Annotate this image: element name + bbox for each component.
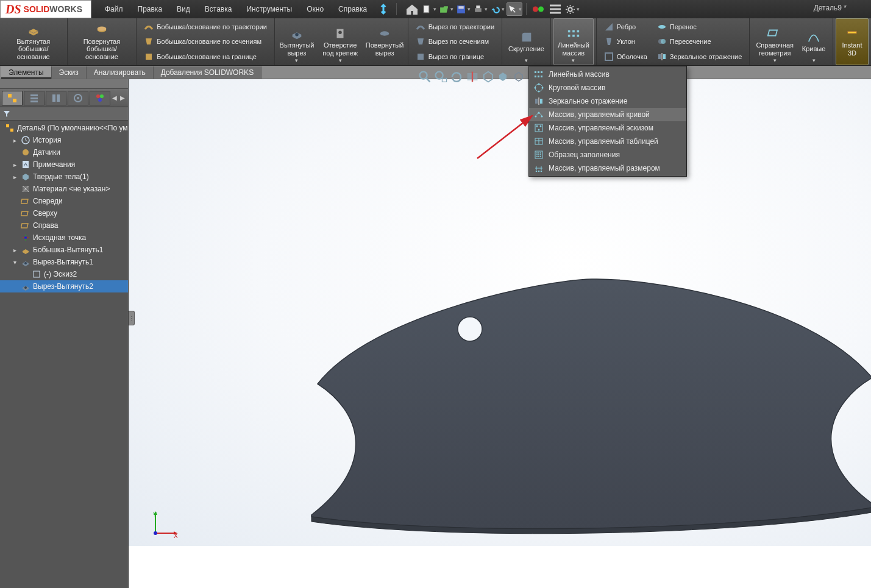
extruded-boss-button[interactable]: Вытянутая бобышка/основание [2, 18, 65, 65]
display-style-icon[interactable]: ▾ [497, 70, 511, 83]
revolved-boss-button[interactable]: Повернутая бобышка/основание [70, 18, 134, 65]
dropdown-item[interactable]: Линейный массив [529, 68, 686, 81]
feature-tree-tab[interactable] [2, 91, 23, 105]
loft-cut-button[interactable]: Вырез по сечениям [413, 35, 497, 48]
instant3d-button[interactable]: Instant 3D [836, 18, 869, 65]
extruded-cut-button[interactable]: Вытянутый вырез [277, 18, 316, 65]
menu-tools[interactable]: Инструменты [240, 2, 298, 16]
tree-item[interactable]: ▸AПримечания [0, 158, 128, 171]
dropdown-item[interactable]: Образец заполнения [529, 148, 686, 161]
tab-features[interactable]: Элементы [1, 66, 52, 79]
settings-icon[interactable] [564, 2, 580, 16]
shell-button[interactable]: Оболочка [602, 51, 650, 63]
tree-root[interactable]: Деталь9 (По умолчанию<<По умол [0, 122, 128, 134]
tree-item[interactable]: ▾Вырез-Вытянуть1 [0, 256, 128, 268]
pin-icon[interactable] [375, 2, 391, 16]
boundary-boss-button[interactable]: Бобышка/основание на границе [141, 51, 269, 63]
expand-arrow-icon[interactable]: ▸ [11, 174, 18, 180]
fillet-button[interactable]: Скругление [505, 18, 548, 65]
svg-point-35 [420, 72, 427, 79]
menu-view[interactable]: Вид [171, 2, 196, 16]
wrap-button[interactable]: Перенос [655, 21, 745, 33]
expand-arrow-icon[interactable]: ▸ [11, 161, 18, 168]
display-manager-tab[interactable] [90, 91, 110, 105]
dropdown-item[interactable]: Массив, управляемый кривой [529, 108, 686, 121]
menu-edit[interactable]: Правка [132, 2, 169, 16]
swept-boss-button[interactable]: Бобышка/основание по траектории [141, 21, 269, 33]
dropdown-item[interactable]: Круговой массив [529, 81, 686, 94]
filter-icon[interactable] [2, 110, 11, 118]
options-list-icon[interactable] [547, 2, 563, 16]
curves-button[interactable]: Кривые [797, 18, 830, 65]
prev-view-icon[interactable] [449, 70, 464, 83]
linear-pattern-button[interactable]: Линейный массив [553, 18, 594, 65]
dropdown-item[interactable]: Массив, управляемый таблицей [529, 135, 686, 148]
tab-nav-left[interactable]: ◀ [111, 94, 119, 101]
tree-item[interactable]: Вырез-Вытянуть2 [0, 280, 128, 292]
wrap-label: Перенос [670, 23, 697, 30]
new-icon[interactable] [421, 2, 437, 16]
undo-icon[interactable] [489, 2, 505, 16]
tree-item-label: История [33, 136, 62, 144]
tree-item[interactable]: ▸История [0, 134, 128, 146]
tree-item[interactable]: Исходная точка [0, 232, 128, 244]
expand-arrow-icon[interactable]: ▸ [11, 137, 18, 144]
expand-arrow-icon[interactable]: ▸ [11, 247, 18, 253]
tab-addins[interactable]: Добавления SOLIDWORKS [154, 66, 262, 79]
panel-splitter[interactable] [129, 311, 135, 325]
view-orient-icon[interactable] [481, 70, 496, 83]
intersect-button[interactable]: Пересечение [655, 35, 745, 48]
open-icon[interactable] [438, 2, 454, 16]
menu-window[interactable]: Окно [300, 2, 330, 16]
swept-cut-button[interactable]: Вырез по траектории [413, 21, 497, 33]
pat-fill-icon [534, 150, 544, 160]
coordinate-triad: Y X [149, 509, 180, 539]
zoom-area-icon[interactable] [433, 70, 448, 83]
rib-button[interactable]: Ребро [602, 21, 650, 33]
dimxpert-tab[interactable] [68, 91, 88, 105]
tab-nav-right[interactable]: ▶ [119, 94, 127, 101]
tree-item[interactable]: Датчики [0, 146, 128, 158]
loft-boss-button[interactable]: Бобышка/основание по сечениям [141, 35, 269, 48]
svg-point-104 [538, 156, 539, 157]
menu-insert[interactable]: Вставка [199, 2, 238, 16]
svg-rect-0 [424, 5, 429, 13]
menu-file[interactable]: Файл [99, 2, 129, 16]
tab-sketch[interactable]: Эскиз [52, 66, 87, 79]
draft-button[interactable]: Уклон [602, 35, 650, 48]
dropdown-item[interactable]: Зеркальное отражение [529, 94, 686, 108]
menu-help[interactable]: Справка [332, 2, 373, 16]
save-icon[interactable] [455, 2, 471, 16]
svg-rect-22 [568, 35, 571, 37]
tree-item[interactable]: ▸Бобышка-Вытянуть1 [0, 244, 128, 256]
boundary-cut-button[interactable]: Вырез по границе [413, 51, 497, 63]
mirror-label: Зеркальное отражение [670, 53, 742, 60]
dropdown-item[interactable]: Массив, управляемый размером [529, 161, 686, 175]
tree-item[interactable]: ▸Твердые тела(1) [0, 171, 128, 183]
tab-evaluate[interactable]: Анализировать [87, 66, 154, 79]
home-icon[interactable] [404, 2, 420, 16]
rebuild-icon[interactable] [530, 2, 546, 16]
ref-geometry-button[interactable]: Справочная геометрия [752, 18, 797, 65]
tree-item[interactable]: Материал <не указан> [0, 183, 128, 195]
select-icon[interactable] [507, 2, 522, 16]
zoom-fit-icon[interactable] [418, 70, 432, 83]
hole-wizard-button[interactable]: Отверстие под крепеж [316, 18, 364, 65]
graphics-viewport[interactable] [129, 79, 871, 546]
mirror-button[interactable]: Зеркальное отражение [655, 51, 745, 63]
revolved-cut-label: Повернутый вырез [366, 41, 404, 57]
tree-item[interactable]: (-) Эскиз2 [0, 268, 128, 280]
revolved-cut-button[interactable]: Повернутый вырез [364, 18, 405, 65]
dropdown-item[interactable]: Массив, управляемый эскизом [529, 121, 686, 135]
print-icon[interactable] [472, 2, 488, 16]
property-manager-tab[interactable] [24, 91, 44, 105]
tree-item[interactable]: Справа [0, 219, 128, 232]
svg-point-71 [458, 317, 482, 341]
section-view-icon[interactable] [465, 70, 480, 83]
config-manager-tab[interactable] [46, 91, 66, 105]
expand-arrow-icon[interactable]: ▾ [11, 259, 18, 266]
tree-item[interactable]: Сверху [0, 207, 128, 219]
dropdown-item-label: Зеркальное отражение [549, 97, 627, 105]
hide-show-icon[interactable]: ▾ [513, 70, 527, 83]
tree-item[interactable]: Спереди [0, 195, 128, 207]
